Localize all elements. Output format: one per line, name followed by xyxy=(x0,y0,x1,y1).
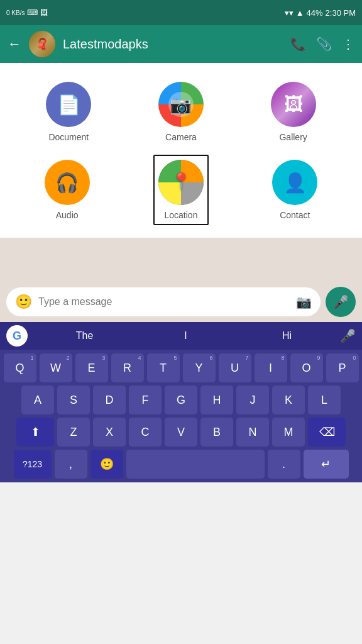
keyboard-rows: Q1 W2 E3 R4 T5 Y6 U7 I8 O9 P0 A S D F G … xyxy=(0,350,362,482)
key-c[interactable]: C xyxy=(129,418,162,447)
key-row-2: A S D F G H J K L xyxy=(3,386,359,414)
chat-area xyxy=(0,238,362,282)
key-f[interactable]: F xyxy=(129,386,162,414)
attach-location-highlighted[interactable]: 📍 Location xyxy=(153,155,209,225)
status-right: ▾▾ ▲ 44% 2:30 PM xyxy=(285,8,356,18)
location-label: Location xyxy=(165,210,198,220)
key-v[interactable]: V xyxy=(165,418,197,447)
key-h[interactable]: H xyxy=(200,386,233,414)
attach-audio[interactable]: 🎧 Audio xyxy=(45,160,90,220)
status-bar: 0 KB/s ⌨ 🖼 ▾▾ ▲ 44% 2:30 PM xyxy=(0,0,362,25)
gallery-icon-circle: 🖼 xyxy=(271,82,316,127)
avatar-image: 🧣 xyxy=(29,31,55,57)
message-bar: 🙂 📷 🎤 xyxy=(0,282,362,322)
emoji-button[interactable]: 🙂 xyxy=(15,294,32,310)
keyboard-icon: ⌨ xyxy=(27,8,38,17)
comma-key[interactable]: , xyxy=(55,450,87,479)
keyboard: G The I Hi 🎤 Q1 W2 E3 R4 T5 Y6 U7 I8 O9 … xyxy=(0,322,362,482)
key-row-1: Q1 W2 E3 R4 T5 Y6 U7 I8 O9 P0 xyxy=(3,353,359,382)
contact-icon: 👤 xyxy=(283,172,307,194)
audio-label: Audio xyxy=(56,210,79,220)
avatar: 🧣 xyxy=(29,31,55,57)
dot-key[interactable]: . xyxy=(268,450,300,479)
enter-key[interactable]: ↵ xyxy=(304,450,349,479)
camera-icon: 📷 xyxy=(168,92,194,117)
camera-label: Camera xyxy=(165,132,197,142)
key-g[interactable]: G xyxy=(165,386,197,414)
key-z[interactable]: Z xyxy=(57,418,90,447)
battery-text: 44% xyxy=(307,8,323,18)
data-speed: 0 KB/s xyxy=(6,9,25,16)
gallery-label: Gallery xyxy=(279,132,307,142)
key-e[interactable]: E3 xyxy=(75,353,108,382)
space-key[interactable] xyxy=(126,450,265,479)
key-b[interactable]: B xyxy=(200,418,233,447)
message-input-wrap: 🙂 📷 xyxy=(6,287,321,316)
key-d[interactable]: D xyxy=(93,386,126,414)
wifi-icon: ▾▾ xyxy=(285,8,293,18)
key-r[interactable]: R4 xyxy=(111,353,144,382)
google-logo: G xyxy=(6,325,28,347)
key-k[interactable]: K xyxy=(272,386,305,414)
attach-contact[interactable]: 👤 Contact xyxy=(272,160,317,220)
key-i[interactable]: I8 xyxy=(255,353,287,382)
suggestion-2[interactable]: I xyxy=(135,330,236,341)
mic-button[interactable]: 🎤 xyxy=(326,287,356,317)
key-o[interactable]: O9 xyxy=(290,353,323,382)
document-label: Document xyxy=(48,132,89,142)
contact-label: Contact xyxy=(280,210,310,220)
signal-icon: ▲ xyxy=(296,8,304,18)
app-bar: ← 🧣 Latestmodapks 📞 📎 ⋮ xyxy=(0,25,362,63)
attachment-menu: 📄 Document 📷 Camera 🖼 Gallery 🎧 Audio xyxy=(0,63,362,238)
suggestion-3[interactable]: Hi xyxy=(236,330,337,341)
image-icon: 🖼 xyxy=(40,8,48,17)
shift-key[interactable]: ⬆ xyxy=(16,418,54,447)
key-l[interactable]: L xyxy=(308,386,341,414)
attach-document[interactable]: 📄 Document xyxy=(46,82,91,142)
time-text: 2:30 PM xyxy=(326,8,356,18)
camera-button[interactable]: 📷 xyxy=(296,294,312,309)
num-key[interactable]: ?123 xyxy=(14,450,52,479)
key-a[interactable]: A xyxy=(21,386,54,414)
location-pin-icon: 📍 xyxy=(171,172,191,191)
suggestion-1[interactable]: The xyxy=(34,330,135,341)
contact-name[interactable]: Latestmodapks xyxy=(63,37,283,52)
key-t[interactable]: T5 xyxy=(147,353,180,382)
contact-icon-circle: 👤 xyxy=(272,160,317,205)
key-p[interactable]: P0 xyxy=(326,353,359,382)
back-button[interactable]: ← xyxy=(8,36,21,52)
emoji-key[interactable]: 🙂 xyxy=(90,450,123,479)
key-j[interactable]: J xyxy=(236,386,269,414)
keyboard-mic-icon[interactable]: 🎤 xyxy=(340,328,356,343)
attach-camera[interactable]: 📷 Camera xyxy=(158,82,204,142)
key-n[interactable]: N xyxy=(236,418,269,447)
header-icons: 📞 📎 ⋮ xyxy=(290,36,354,52)
attach-button[interactable]: 📎 xyxy=(316,36,332,52)
attach-gallery[interactable]: 🖼 Gallery xyxy=(271,82,316,142)
audio-icon-circle: 🎧 xyxy=(45,160,90,205)
key-row-3: ⬆ Z X C V B N M ⌫ xyxy=(3,418,359,447)
key-row-4: ?123 , 🙂 . ↵ xyxy=(3,450,359,479)
key-u[interactable]: U7 xyxy=(219,353,251,382)
gallery-icon: 🖼 xyxy=(284,94,303,115)
status-left: 0 KB/s ⌨ 🖼 xyxy=(6,8,48,17)
document-icon: 📄 xyxy=(57,94,80,116)
backspace-key[interactable]: ⌫ xyxy=(308,418,346,447)
call-button[interactable]: 📞 xyxy=(290,36,306,52)
key-y[interactable]: Y6 xyxy=(183,353,216,382)
key-x[interactable]: X xyxy=(93,418,126,447)
audio-icon: 🎧 xyxy=(55,172,79,194)
attach-row-2: 🎧 Audio 📍 Location 👤 Contact xyxy=(13,155,349,225)
more-options-button[interactable]: ⋮ xyxy=(342,36,354,52)
camera-icon-circle: 📷 xyxy=(158,82,204,127)
document-icon-circle: 📄 xyxy=(46,82,91,127)
key-m[interactable]: M xyxy=(272,418,305,447)
key-q[interactable]: Q1 xyxy=(4,353,36,382)
key-s[interactable]: S xyxy=(57,386,90,414)
key-w[interactable]: W2 xyxy=(40,353,72,382)
attach-row-1: 📄 Document 📷 Camera 🖼 Gallery xyxy=(13,82,349,142)
mic-icon: 🎤 xyxy=(333,294,349,309)
message-input[interactable] xyxy=(38,296,290,308)
keyboard-suggestions: G The I Hi 🎤 xyxy=(0,322,362,350)
location-icon-circle: 📍 xyxy=(158,160,204,205)
